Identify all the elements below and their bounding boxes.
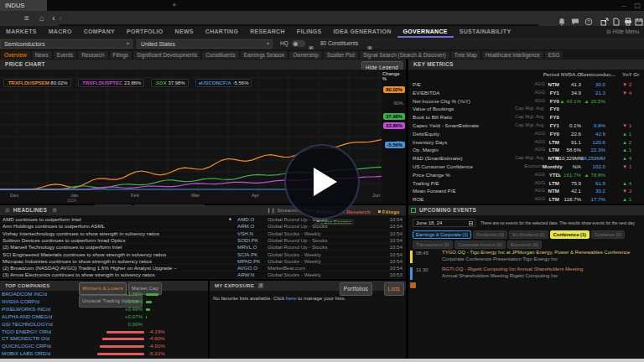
event-filter-ex-dividend-0[interactable]: Ex-Dividend (0) bbox=[509, 230, 548, 239]
home-icon[interactable]: ⌂ bbox=[37, 13, 47, 23]
company-name[interactable]: BROADCOM INC/d bbox=[2, 291, 109, 298]
sector-select[interactable]: Semiconductors▾ bbox=[0, 39, 132, 49]
subtab-significant-developments[interactable]: Significant Developments bbox=[133, 51, 200, 59]
lists-button[interactable]: Lists bbox=[384, 282, 404, 296]
metric-row[interactable]: Inventory DaysAGGLTM91.1120.6▲ 2 bbox=[408, 138, 644, 147]
calendar-icon[interactable] bbox=[635, 14, 643, 23]
news-row[interactable]: Arm Holdings continues to outperform ASM… bbox=[0, 223, 406, 230]
news-row[interactable]: (2) Marvell Technology continues to outp… bbox=[0, 244, 406, 251]
menu-item-portfolio[interactable]: PORTFOLIO bbox=[121, 26, 169, 38]
hamburger-icon[interactable]: ≡ bbox=[22, 13, 32, 23]
news-ticker[interactable]: SCIA.PK bbox=[237, 251, 266, 258]
event-filter-dividends-0[interactable]: Dividends (0) bbox=[473, 230, 507, 239]
subtab-events[interactable]: Events bbox=[54, 51, 77, 59]
event-filter-guidance-0[interactable]: Guidance (0) bbox=[591, 230, 625, 239]
events-date-input[interactable]: June 18, 24 bbox=[413, 219, 475, 227]
news-ticker[interactable]: ARW.N bbox=[237, 272, 266, 278]
news-row[interactable]: SCI Engineered Materials continues to sh… bbox=[0, 251, 406, 258]
menu-item-filings[interactable]: FILINGS bbox=[291, 26, 328, 38]
menu-item-company[interactable]: COMPANY bbox=[78, 26, 121, 38]
metric-row[interactable]: EV/EBITDAAGGFY134.921.3▼ 4 bbox=[408, 89, 644, 97]
metric-row[interactable]: Price Change %AGGYTD▲ 161.7%▲ 78.8% bbox=[408, 171, 644, 179]
news-row[interactable]: Solitron Devices continues to outperform… bbox=[0, 237, 406, 244]
hide-menu-button[interactable]: ⊟ Hide Menu bbox=[606, 26, 639, 38]
company-row[interactable]: ALPHA AND OMEG/d+0.07% bbox=[0, 313, 208, 321]
forward-icon[interactable]: › bbox=[55, 13, 65, 23]
workspace-tab[interactable]: INDUS bbox=[0, 0, 47, 11]
news-ticker[interactable]: MRVL.O bbox=[237, 244, 266, 251]
event-item[interactable]: 08:45TYGO.OQ - Tigo Energy Inc at JPMorg… bbox=[408, 250, 644, 264]
subtab-signal-search-search-discover[interactable]: Signal Search (Search & Discover) bbox=[360, 51, 449, 59]
menu-item-sustainability[interactable]: SUSTAINABILITY bbox=[454, 26, 517, 38]
subtab-news[interactable]: News bbox=[32, 51, 52, 59]
metric-row[interactable]: Value of BookingsCap Wgt. Avg.FY0 bbox=[408, 105, 644, 113]
news-ticker[interactable]: VSH.N bbox=[237, 230, 266, 237]
news-row[interactable]: Vishay Intertechnology continues to show… bbox=[0, 230, 406, 237]
news-ticker[interactable]: MPAD.PK bbox=[237, 258, 266, 265]
metric-row[interactable]: Debt/EquityAGGFY022.642.9▲ 1 bbox=[408, 130, 644, 138]
subtab-earnings-season[interactable]: Earnings Season bbox=[241, 51, 288, 59]
company-name[interactable]: CT SMCNDCTR O/d bbox=[2, 335, 109, 343]
chat-icon[interactable] bbox=[571, 14, 579, 23]
metric-row[interactable]: Book to Bill RatioCap Wgt. Avg.FY0 bbox=[408, 113, 644, 122]
company-row[interactable]: BROADCOM INC/d+1.38% bbox=[0, 291, 208, 298]
news-row[interactable]: (2) Broadcom (NASDAQ:AVGO) Trading 1.6% … bbox=[0, 265, 406, 272]
company-name[interactable]: QUICKLOGIC CRP/d bbox=[2, 343, 109, 350]
event-item[interactable]: 11:30RGTI.OQ - Rigetti Computing Inc Ann… bbox=[408, 266, 644, 281]
document-icon[interactable] bbox=[612, 14, 621, 23]
menu-item-charting[interactable]: CHARTING bbox=[200, 26, 244, 38]
subtab-esg[interactable]: ESG bbox=[545, 51, 564, 59]
news-ticker[interactable]: SODI.PK bbox=[237, 237, 266, 244]
metric-row[interactable]: R&D (SmartEstimate)Cap Wgt. Avg.NTM$10,3… bbox=[408, 154, 644, 163]
metric-row[interactable]: ROEAGGLTM118.7%17.7%▲ 1 bbox=[408, 195, 644, 204]
company-row[interactable]: PIXELWORKS INC/d+0.49% bbox=[0, 306, 208, 313]
company-name[interactable]: PIXELWORKS INC/d bbox=[2, 306, 109, 313]
company-name[interactable]: MOBIX LABS ORD/d bbox=[2, 350, 109, 358]
subtab-research[interactable]: Research bbox=[78, 51, 107, 59]
company-row[interactable]: TIGO ENERGY OR/d-4.19% bbox=[0, 328, 208, 336]
bell-icon[interactable] bbox=[558, 14, 566, 23]
printer-icon[interactable] bbox=[624, 14, 632, 23]
minimize-button[interactable]: – bbox=[622, 2, 626, 9]
maximize-button[interactable]: ▢ bbox=[634, 2, 641, 9]
news-ticker[interactable]: AVGO.O bbox=[237, 265, 266, 272]
company-name[interactable]: ALPHA AND OMEG/d bbox=[2, 313, 109, 321]
menu-item-markets[interactable]: MARKETS bbox=[0, 26, 43, 38]
event-filter-earnings-corporate-1[interactable]: Earnings & Corporate (1) bbox=[413, 230, 471, 239]
company-row[interactable]: QUICKLOGIC CRP/d-4.91% bbox=[0, 343, 208, 350]
metric-row[interactable]: P/EAGGNTM41.330.0▼ 2 bbox=[408, 80, 644, 89]
subtab-filings[interactable]: Filings bbox=[110, 51, 132, 59]
event-filter-corporate-actions-0[interactable]: Corporate Actions (0) bbox=[454, 240, 506, 249]
portfolios-button[interactable]: Portfolios bbox=[340, 282, 372, 296]
news-filter-filings[interactable]: Filings bbox=[376, 209, 402, 215]
share-icon[interactable] bbox=[600, 14, 609, 23]
subtab-ownership[interactable]: Ownership bbox=[289, 51, 322, 59]
company-row[interactable]: NVIDIA CORP/d+0.63% bbox=[0, 298, 208, 306]
menu-item-governance[interactable]: GOVERNANCE bbox=[397, 26, 454, 38]
metric-row[interactable]: Mean Forward P/EAGGNTM42.130.2▼ 2 bbox=[408, 187, 644, 195]
company-row[interactable]: CT SMCNDCTR O/d-4.60% bbox=[0, 335, 208, 343]
metric-row[interactable]: US Consumer ConfidenceEconomicMonthlyN/A… bbox=[408, 163, 644, 171]
event-filter-economic-0[interactable]: Economic (0) bbox=[507, 240, 542, 249]
news-ticker[interactable]: ARM.O bbox=[237, 223, 266, 230]
manage-lists-link[interactable]: here bbox=[286, 295, 296, 301]
subtab-tree-map[interactable]: Tree Map bbox=[451, 51, 480, 59]
company-name[interactable]: GSI TECHNOLOGY/d bbox=[2, 321, 109, 328]
metric-row[interactable]: Net Income Chg % (YoY)AGGFY0▲ 43.1%▲ 26.… bbox=[408, 97, 644, 106]
region-select[interactable]: United States▾ bbox=[137, 39, 273, 49]
company-name[interactable]: TIGO ENERGY OR/d bbox=[2, 328, 109, 336]
video-play-button[interactable] bbox=[284, 144, 360, 220]
menu-item-research[interactable]: RESEARCH bbox=[244, 26, 291, 38]
news-row[interactable]: (3) Arrow Electronics continues to show … bbox=[0, 272, 406, 278]
new-tab-button[interactable]: + bbox=[169, 0, 179, 11]
video-scrubber[interactable] bbox=[0, 359, 644, 362]
gear-icon[interactable]: ⚙ bbox=[52, 207, 57, 214]
metric-row[interactable]: Capex Yield - SmartEstimateCap Wgt. Avg.… bbox=[408, 122, 644, 130]
subtab-healthcare-intelligence[interactable]: Healthcare Intelligence bbox=[482, 51, 543, 59]
subtab-scatter-plot[interactable]: Scatter Plot bbox=[324, 51, 358, 59]
help-icon[interactable]: ? bbox=[584, 14, 593, 23]
hq-toggle[interactable] bbox=[292, 40, 305, 47]
event-filter-transactions-0[interactable]: Transactions (0) bbox=[413, 240, 453, 249]
company-row[interactable]: GSI TECHNOLOGY/d0.00% bbox=[0, 321, 208, 328]
subtab-overview[interactable]: Overview bbox=[1, 51, 30, 59]
